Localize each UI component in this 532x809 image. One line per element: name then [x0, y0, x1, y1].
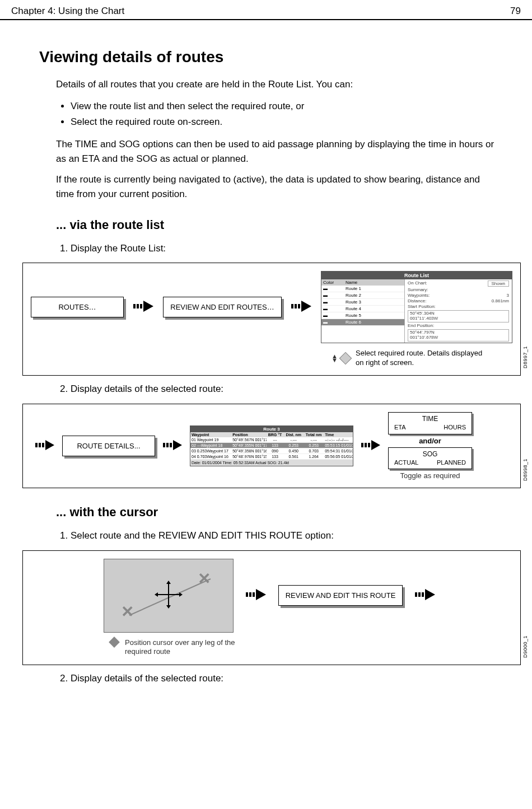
svg-marker-5	[155, 592, 158, 597]
col-color: Color	[321, 279, 344, 286]
and-or-label: and/or	[419, 437, 441, 445]
figure-cursor-select: ✕ ✕	[22, 550, 521, 666]
arrow-icon	[415, 589, 435, 602]
route-row[interactable]: ▬Route 1	[321, 286, 404, 292]
subheading-route-list: ... via the route list	[56, 218, 498, 232]
figure-id: D8997_1	[522, 346, 528, 368]
review-edit-this-route-button[interactable]: REVIEW AND EDIT THIS ROUTE	[278, 585, 403, 606]
bullet-2: Select the required route on-screen.	[71, 114, 498, 130]
bullet-1: View the route list and then select the …	[71, 99, 498, 115]
arrow-icon	[361, 440, 380, 452]
route-row[interactable]: ▬Route 2	[321, 292, 404, 299]
chapter-label: Chapter 4: Using the Chart	[11, 6, 124, 17]
route-row[interactable]: ▬Route 3	[321, 299, 404, 306]
toggle-caption: Toggle as required	[400, 471, 460, 480]
figure-caption: Select required route. Details displayed…	[356, 349, 484, 368]
updown-arrow-icon: ▲▼	[332, 354, 338, 362]
trackpad-icon	[339, 352, 352, 364]
route-row[interactable]: ▬Route 4	[321, 306, 404, 312]
section-title: Viewing details of routes	[39, 48, 498, 66]
col-name: Name	[344, 279, 404, 286]
figure-id: D8998_1	[522, 459, 528, 481]
routes-button[interactable]: ROUTES…	[31, 297, 124, 317]
cursor-icon	[155, 581, 183, 611]
subheading-cursor: ... with the cursor	[56, 505, 498, 520]
review-edit-routes-button[interactable]: REVIEW AND EDIT ROUTES…	[163, 297, 281, 317]
step-b2: Display details of the selected route:	[71, 671, 498, 686]
para-time-sog: The TIME and SOG options can then be use…	[56, 137, 498, 166]
table-row-selected: 02 ---Waypoint 1850°49'.355N 001°17'.161…	[190, 443, 353, 448]
svg-marker-6	[179, 592, 183, 597]
figure-caption: Position cursor over any leg of the requ…	[125, 638, 242, 657]
time-option-button[interactable]: TIME ETAHOURS	[388, 412, 472, 434]
sog-option-button[interactable]: SOG ACTUALPLANNED	[388, 447, 472, 470]
intro-para: Details of all routes that you create ar…	[56, 77, 498, 92]
trackpad-icon	[109, 637, 120, 648]
page-content: Viewing details of routes Details of all…	[0, 20, 532, 703]
table-row: 04 0.703Waypoint 1650°48'.976N 001°15'.8…	[190, 454, 353, 460]
chart-area[interactable]: ✕ ✕	[104, 559, 234, 633]
figure-route-details: ROUTE DETAILS... Route 3 Waypoint Positi…	[22, 404, 521, 489]
step-1: Display the Route List:	[71, 241, 498, 256]
step-2: Display details of the selected route:	[71, 381, 498, 396]
table-row: 03 0.253Waypoint 1750°49'.358N 001°16'.4…	[190, 448, 353, 454]
arrow-icon	[246, 589, 266, 602]
svg-marker-4	[166, 605, 171, 609]
arrow-icon	[163, 440, 182, 452]
route-detail-table: Route 3 Waypoint Position BRG °T Dist. n…	[190, 425, 353, 466]
route-details-button[interactable]: ROUTE DETAILS...	[62, 436, 155, 456]
arrow-icon	[133, 301, 153, 314]
arrow-icon	[291, 301, 311, 314]
svg-marker-3	[166, 581, 171, 584]
figure-route-list: ROUTES… REVIEW AND EDIT ROUTES… Route Li…	[22, 263, 521, 376]
para-active: If the route is currently being navigate…	[56, 172, 498, 201]
table-row: 01 Waypoint 1950°49'.567N 001°17'.527W--…	[190, 437, 353, 443]
arrow-icon	[35, 440, 54, 452]
route-row[interactable]: ▬Route 5	[321, 312, 404, 319]
page-header: Chapter 4: Using the Chart 79	[0, 0, 532, 20]
route-row-selected[interactable]: ▬Route 6	[321, 319, 404, 326]
route-list-screen: Route List Color Name ▬Route 1 ▬Route 2 …	[321, 271, 512, 343]
step-b1: Select route and the REVIEW AND EDIT THI…	[71, 528, 498, 543]
figure-id: D9000_1	[522, 635, 528, 658]
page-number: 79	[510, 6, 521, 17]
